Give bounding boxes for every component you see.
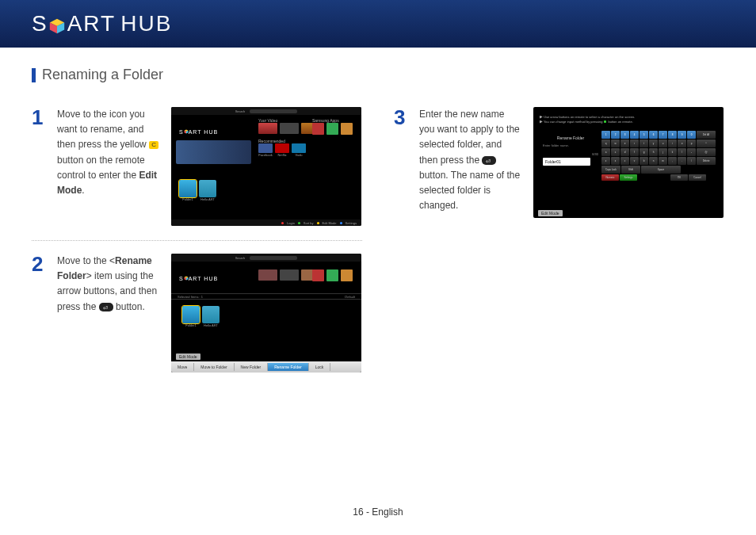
step-number: 2 — [32, 254, 46, 274]
enter-button-icon — [482, 156, 496, 165]
title-bar-icon — [32, 68, 36, 82]
screenshot-step-2: Search SART HUB Selected Items : 1Defaul… — [171, 254, 361, 373]
kb-row-numbers: 1234567890Del All — [601, 131, 720, 139]
section-title: Renaming a Folder — [32, 67, 724, 83]
step-text: Move to the icon you want to rename, and… — [57, 107, 160, 198]
logo-art: ART — [67, 11, 116, 36]
folder-name-input[interactable]: Folder01 — [543, 158, 590, 166]
header-bar: S ART HUB — [0, 0, 756, 48]
step-text: Enter the new name you want to apply to … — [419, 107, 522, 213]
tv-logo: SART HUB — [179, 129, 218, 135]
screenshot-step-1: Search SART HUB Your Video Samsung Apps … — [171, 107, 361, 226]
enter-button-icon — [99, 303, 113, 311]
step-divider — [32, 240, 362, 241]
step-number: 1 — [32, 107, 46, 128]
step-2: 2 Move to the <Rename Folder> item using… — [32, 254, 362, 373]
smart-hub-logo: S ART HUB — [32, 11, 172, 36]
screenshot-step-3: ⯈ Use arrow buttons on remote to select … — [533, 107, 724, 218]
logo-s: S — [32, 11, 48, 36]
logo-hub: HUB — [120, 11, 172, 36]
on-screen-keyboard[interactable]: 1234567890Del All qwertyuiop^ asdfghjkl-… — [601, 131, 720, 181]
cube-icon — [48, 15, 66, 32]
page-content: Renaming a Folder 1 Move to the icon you… — [0, 48, 756, 395]
page-footer: 16 - English — [0, 506, 756, 518]
step-3: 3 Enter the new name you want to apply t… — [394, 107, 724, 218]
yellow-c-button-icon: C — [149, 141, 158, 149]
step-number: 3 — [394, 107, 408, 128]
section-title-text: Renaming a Folder — [42, 67, 163, 83]
step-text: Move to the <Rename Folder> item using t… — [57, 254, 160, 315]
step-1: 1 Move to the icon you want to rename, a… — [32, 107, 362, 226]
